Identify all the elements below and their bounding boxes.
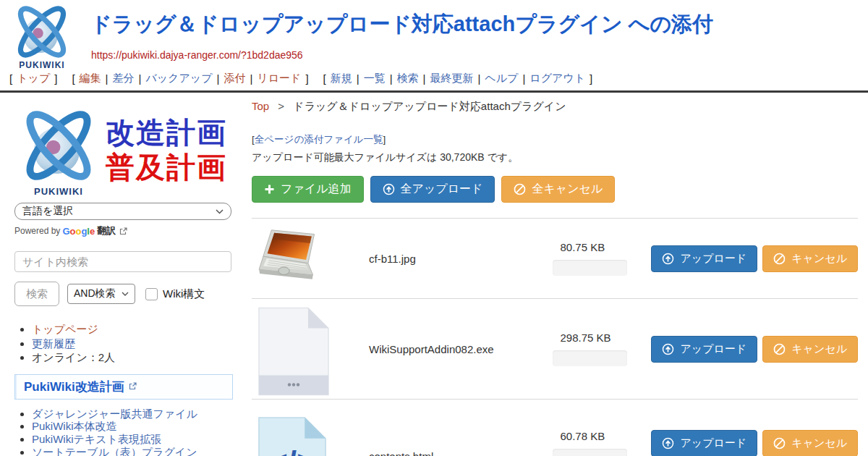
upload-progress-bar <box>553 350 627 366</box>
sidebar: PUKIWIKI 改造計画 普及計画 言語を選択 Powered by Goog… <box>0 93 246 456</box>
nav-bracket: ] <box>54 72 57 85</box>
list-item: PukiWikiテキスト表現拡張 <box>32 434 239 445</box>
nav-item-help[interactable]: ヘルプ <box>485 72 518 85</box>
upload-file-list: cf-b11.jpg 80.75 KB アップロード キャンセル <box>252 218 858 456</box>
search-mode-select[interactable]: AND検索 <box>67 284 135 304</box>
ban-icon <box>773 437 786 449</box>
nav-item-backup[interactable]: バックアップ <box>145 72 212 85</box>
html-file-icon: </> <box>258 416 327 456</box>
nav-item-logout[interactable]: ログアウト <box>529 72 585 85</box>
language-select[interactable]: 言語を選択 <box>14 203 231 220</box>
cancel-all-button[interactable]: 全キャンセル <box>501 176 615 203</box>
sidebar-item-body-mod[interactable]: PukiWiki本体改造 <box>32 420 117 432</box>
online-status: オンライン：2人 <box>32 351 115 363</box>
nav-separator: | <box>138 72 141 85</box>
sidebar-item-common-files[interactable]: ダジャレンジャー版共通ファイル <box>32 408 197 420</box>
breadcrumb-home-link[interactable]: Top <box>252 100 269 112</box>
main-content: Top > ドラッグ＆ドロップアップロード対応attachプラグイン [全ページ… <box>246 93 868 456</box>
nav-bracket: ] <box>590 72 592 85</box>
list-item: ソートテーブル（表）プラグイン <box>32 447 239 456</box>
upload-circle-icon <box>662 437 674 449</box>
upload-button[interactable]: アップロード <box>651 430 757 456</box>
page-url-link[interactable]: https://pukiwiki.dajya-ranger.com/?1bd2d… <box>91 49 303 61</box>
upload-all-button[interactable]: 全アップロード <box>370 176 495 203</box>
nav-bracket: [ <box>9 72 12 85</box>
nav-separator: | <box>250 72 252 85</box>
wiki-syntax-label: Wiki構文 <box>163 287 205 301</box>
plus-icon <box>264 184 275 195</box>
breadcrumb-separator: > <box>278 100 284 112</box>
upload-label: アップロード <box>680 342 746 356</box>
sidebar-item-sort-table[interactable]: ソートテーブル（表）プラグイン <box>32 446 197 456</box>
upload-button[interactable]: アップロード <box>651 245 757 272</box>
file-row: </> contents.html 60.78 KB アップロード キャンセル <box>252 399 858 456</box>
search-mode-value: AND検索 <box>74 287 122 300</box>
upload-toolbar: ファイル追加 全アップロード 全キャンセル <box>252 176 868 203</box>
file-size: 60.78 KB <box>553 430 639 442</box>
ban-icon <box>773 253 786 265</box>
upload-circle-icon <box>662 343 674 355</box>
nav-item-new[interactable]: 新規 <box>331 72 352 85</box>
list-item: ダジャレンジャー版共通ファイル <box>32 408 239 420</box>
site-search-input[interactable] <box>14 251 231 272</box>
sidebar-item-text-ext[interactable]: PukiWikiテキスト表現拡張 <box>32 433 161 445</box>
sidebar-logo-title-2: 普及計画 <box>106 150 227 185</box>
top-navbar: [ トップ ] [ 編集 | 差分 | バックアップ | 添付 | リロード ]… <box>0 69 868 87</box>
all-pages-attach-list-link[interactable]: 全ページの添付ファイル一覧 <box>255 134 383 145</box>
cancel-button[interactable]: キャンセル <box>762 336 858 363</box>
nav-separator: | <box>477 72 480 85</box>
chevron-down-icon <box>216 209 224 214</box>
nav-item-attach[interactable]: 添付 <box>224 72 245 85</box>
cancel-label: キャンセル <box>791 252 847 266</box>
nav-item-search[interactable]: 検索 <box>397 72 419 85</box>
file-size: 80.75 KB <box>553 241 639 253</box>
pukiwiki-logo-text: PUKIWIKI <box>7 60 77 70</box>
nav-separator: | <box>390 72 393 85</box>
sidebar-item-update-history[interactable]: 更新履歴 <box>32 337 75 350</box>
add-file-label: ファイル追加 <box>281 182 352 197</box>
cancel-label: キャンセル <box>791 342 847 356</box>
upload-circle-icon <box>662 253 674 265</box>
file-name: WikiSupportAddin082.exe <box>369 343 553 355</box>
upload-button[interactable]: アップロード <box>651 336 757 363</box>
bracket: ] <box>383 134 386 145</box>
search-button[interactable]: 検索 <box>14 282 59 306</box>
nav-bracket: [ <box>323 72 326 85</box>
translate-link[interactable]: 翻訳 <box>97 224 116 237</box>
upload-circle-icon <box>383 183 395 195</box>
page-title: ドラッグ＆ドロップアップロード対応attachプラグイン への添付 <box>90 10 713 39</box>
nav-item-recent[interactable]: 最終更新 <box>430 72 473 85</box>
language-select-value: 言語を選択 <box>22 205 216 218</box>
upload-label: アップロード <box>680 252 746 266</box>
sidebar-section-list: ダジャレンジャー版共通ファイル PukiWiki本体改造 PukiWikiテキス… <box>32 408 239 456</box>
upload-progress-bar <box>553 449 627 456</box>
generic-file-icon <box>258 306 330 397</box>
ban-icon <box>514 183 526 195</box>
sidebar-section-header-box: PukiWiki改造計画 <box>14 374 233 400</box>
sidebar-item-top-page[interactable]: トップページ <box>32 323 98 335</box>
cancel-button[interactable]: キャンセル <box>762 430 858 456</box>
add-file-button[interactable]: ファイル追加 <box>252 176 364 203</box>
cancel-button[interactable]: キャンセル <box>762 245 858 272</box>
laptop-photo-thumbnail <box>258 227 327 290</box>
nav-item-edit[interactable]: 編集 <box>80 72 101 85</box>
sidebar-logo[interactable]: PUKIWIKI 改造計画 普及計画 <box>14 104 239 195</box>
pukiwiki-logo-icon[interactable]: PUKIWIKI <box>7 3 77 71</box>
page-header: PUKIWIKI ドラッグ＆ドロップアップロード対応attachプラグイン への… <box>0 0 868 69</box>
nav-item-list[interactable]: 一覧 <box>364 72 386 85</box>
nav-item-top[interactable]: トップ <box>17 72 50 85</box>
sidebar-section-header-link[interactable]: PukiWiki改造計画 <box>24 380 124 394</box>
sidebar-logo-title-1: 改造計画 <box>106 115 227 150</box>
upload-label: アップロード <box>680 436 746 450</box>
wiki-syntax-checkbox[interactable] <box>145 288 158 300</box>
nav-item-reload[interactable]: リロード <box>257 72 301 85</box>
breadcrumb: Top > ドラッグ＆ドロップアップロード対応attachプラグイン <box>252 100 868 114</box>
chevron-down-icon <box>122 292 129 296</box>
nav-item-diff[interactable]: 差分 <box>112 72 134 85</box>
sidebar-top-list: トップページ 更新履歴 オンライン：2人 <box>32 324 239 364</box>
attach-list-line: [全ページの添付ファイル一覧] <box>252 133 868 146</box>
max-upload-size-text: アップロード可能最大ファイルサイズは 30,720KB です。 <box>252 151 868 164</box>
google-logo: Google <box>62 226 95 237</box>
nav-separator: | <box>522 72 525 85</box>
nav-bracket: [ <box>72 72 75 85</box>
